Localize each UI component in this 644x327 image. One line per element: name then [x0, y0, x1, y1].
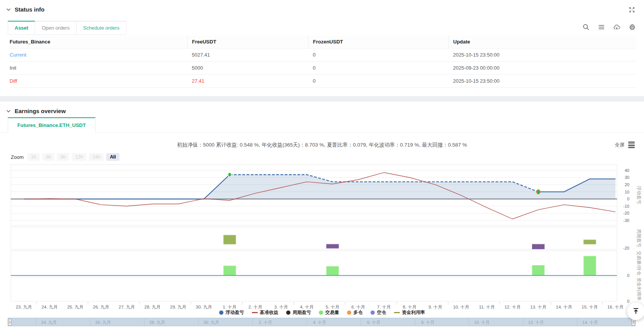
expand-icon[interactable]	[629, 7, 635, 13]
period-pnl-bar[interactable]	[584, 240, 596, 244]
legend-marker	[371, 310, 375, 315]
zoom-button-24h[interactable]: 24h	[89, 153, 104, 161]
cell-value: 2025-10-15 23:50:00	[448, 48, 636, 62]
legend-marker	[347, 310, 351, 315]
legend-item-空仓[interactable]: 空仓	[371, 309, 386, 316]
row-label: Init	[10, 62, 187, 75]
status-tab-open-orders[interactable]: Open orders	[35, 21, 76, 35]
volume-bar[interactable]	[584, 256, 596, 275]
zoom-button-3h[interactable]: 3h	[42, 153, 54, 161]
chart-navigator[interactable]: 24. 九月26. 九月28. 九月30. 九月2. 十月4. 十月6. 十月8…	[8, 318, 636, 326]
x-axis-label: 27. 九月	[119, 305, 135, 309]
period-pnl-bar[interactable]	[326, 244, 339, 249]
volume-bar[interactable]	[532, 265, 545, 275]
series-float-pnl-line[interactable]	[24, 175, 230, 199]
navigator-label: 24. 九月	[41, 320, 57, 325]
x-axis-label: 15. 十月	[582, 305, 598, 309]
chart-menu-icon[interactable]	[628, 142, 635, 147]
svg-text:-20: -20	[623, 246, 629, 250]
column-header-futures_binance: Futures_Binance	[10, 35, 187, 48]
zoom-button-all[interactable]: All	[106, 153, 119, 161]
stats-summary: 初始净值：5000 累计收益: 0.548 %, 年化收益(365天)：8.70…	[0, 142, 644, 148]
pane-title: 周期盈亏	[636, 229, 642, 247]
pane-box	[11, 227, 617, 249]
legend-marker	[394, 312, 400, 313]
collapse-chevron-icon[interactable]	[6, 109, 11, 113]
legend-item-周期盈亏[interactable]: 周期盈亏	[286, 309, 311, 316]
legend-item-资金利用率[interactable]: 资金利用率	[394, 309, 425, 316]
x-axis-label: 3. 十月	[274, 305, 288, 309]
x-axis-label: 14. 十月	[556, 305, 572, 309]
legend-item-浮动盈亏[interactable]: 浮动盈亏	[219, 309, 244, 316]
legend-marker	[252, 312, 258, 313]
column-header-freeusdt: FreeUSDT	[187, 35, 308, 48]
period-pnl-bar[interactable]	[532, 244, 545, 249]
zoom-button-1h[interactable]: 1h	[27, 153, 39, 161]
navigator-separator	[469, 318, 469, 326]
navigator-label: 12. 十月	[528, 320, 543, 325]
svg-text:10: 10	[625, 190, 629, 194]
x-axis-label: 8. 十月	[403, 305, 417, 309]
x-axis-label: 12. 十月	[505, 305, 521, 309]
svg-text:0: 0	[627, 299, 629, 304]
x-axis-label: 26. 九月	[93, 305, 109, 309]
fullscreen-button[interactable]: 全屏	[615, 142, 625, 148]
gear-icon[interactable]	[629, 24, 636, 30]
pane-title: 资金利用率	[636, 278, 642, 301]
navigator-label: 30. 九月	[203, 320, 219, 325]
cell-value: 0	[308, 48, 448, 62]
cloud-download-icon[interactable]	[614, 24, 620, 30]
legend-item-基准收益[interactable]: 基准收益	[252, 309, 278, 316]
zoom-label: Zoom	[11, 154, 23, 160]
status-tab-schedule-orders[interactable]: Schedule orders	[77, 21, 127, 35]
zoom-controls: Zoom 1h3h8h12h24hAll	[11, 153, 119, 161]
x-axis-label: 23. 九月	[16, 305, 32, 309]
navigator-separator	[523, 318, 523, 326]
x-axis-label: 6. 十月	[351, 305, 365, 309]
legend-item-交易量[interactable]: 交易量	[319, 309, 339, 316]
svg-text:-20: -20	[623, 211, 629, 215]
volume-bar[interactable]	[223, 266, 236, 275]
legend-marker	[219, 310, 223, 315]
menu-icon[interactable]	[598, 24, 605, 30]
status-tab-asset[interactable]: Asset	[8, 21, 35, 35]
x-axis-label: 25. 九月	[67, 305, 83, 309]
collapse-chevron-icon[interactable]	[6, 7, 11, 12]
table-row: Diff27.4102025-10-15 23:50:00	[10, 75, 636, 88]
trade-marker[interactable]	[228, 173, 231, 177]
zoom-button-8h[interactable]: 8h	[57, 153, 69, 161]
navigator-separator	[90, 318, 91, 326]
navigator-separator	[198, 318, 199, 326]
period-pnl-bar[interactable]	[223, 235, 236, 244]
pane-box	[11, 251, 617, 275]
trade-marker[interactable]	[537, 190, 540, 194]
status-tabs: AssetOpen ordersSchedule orders	[8, 21, 126, 35]
cell-value: 0	[308, 75, 448, 88]
navigator-left-handle[interactable]	[8, 319, 12, 325]
back-to-top-button[interactable]	[627, 302, 644, 320]
svg-text:30: 30	[625, 175, 629, 180]
navigator-separator	[361, 318, 361, 326]
navigator-label: 8. 十月	[421, 320, 434, 325]
zoom-button-12h[interactable]: 12h	[72, 153, 86, 161]
navigator-separator	[415, 318, 415, 326]
earnings-chart[interactable]: 403020100-10-20-30浮动盈亏-20周期盈亏0交易量/持仓0资金利…	[0, 155, 644, 310]
x-axis-label: 9. 十月	[429, 305, 443, 309]
legend-item-多仓[interactable]: 多仓	[347, 309, 363, 316]
table-row: Init500002025-09-23 00:00:00	[10, 62, 636, 75]
navigator-separator	[252, 318, 253, 326]
pane-box	[11, 277, 617, 301]
navigator-separator	[577, 318, 577, 326]
row-label[interactable]: Current	[10, 48, 187, 62]
x-axis-label: 2. 十月	[248, 305, 262, 309]
x-axis-label: 28. 九月	[144, 305, 161, 309]
volume-bar[interactable]	[326, 266, 339, 275]
x-axis-label: 10. 十月	[453, 305, 469, 309]
column-header-update: Update	[448, 35, 636, 48]
navigator-label: 2. 十月	[259, 320, 272, 325]
tab-futures-binance-eth-usdt[interactable]: Futures_Binance.ETH_USDT	[8, 117, 96, 133]
navigator-label: 10. 十月	[474, 320, 490, 325]
navigator-label: 4. 十月	[313, 320, 326, 325]
cell-value: 2025-09-23 00:00:00	[448, 62, 636, 75]
search-icon[interactable]	[583, 24, 589, 30]
